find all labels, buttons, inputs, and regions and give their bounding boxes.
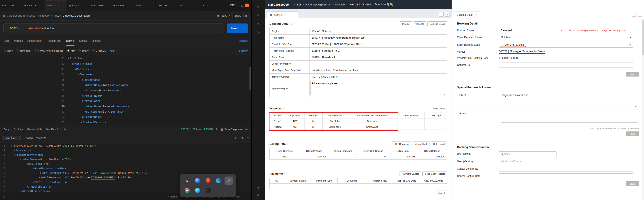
environment-quick-look-icon[interactable]: ◎ xyxy=(241,4,243,7)
confirm-no-input[interactable] xyxy=(499,62,633,68)
collapse-icon[interactable]: ∧ xyxy=(291,23,292,25)
save-button[interactable]: Save xyxy=(626,72,639,76)
cancel-confirm-date-input[interactable] xyxy=(499,173,633,179)
documentation-icon[interactable]: ▤ xyxy=(257,5,260,8)
clear-icon[interactable]: × xyxy=(629,43,631,46)
body-mode-form-data[interactable]: form-data xyxy=(16,49,30,52)
more-options-icon[interactable]: ⋯ xyxy=(245,128,248,131)
panel-back-icon[interactable]: ‹ xyxy=(632,12,636,16)
request-tab[interactable]: POSTTC04-... xyxy=(44,0,67,11)
collapse-icon[interactable]: ∧ xyxy=(287,143,288,145)
request-section-tab[interactable]: Scripts xyxy=(79,36,87,46)
brave-app-icon[interactable] xyxy=(204,177,212,185)
tab-sokcho[interactable]: Sokcho xyxy=(267,11,298,18)
help-icon[interactable]: ? xyxy=(258,187,259,190)
rate-detail-button[interactable]: Rate Detail xyxy=(431,142,447,146)
copy-icon[interactable] xyxy=(246,137,248,139)
body-mode-x-www-form-urlencoded[interactable]: x-www-form-urlencoded xyxy=(34,49,63,52)
topbar-link[interactable]: hotelSupport@trip.com xyxy=(306,3,331,6)
scrollbar-thumb[interactable] xyxy=(642,20,644,55)
edge-app-icon[interactable] xyxy=(214,177,223,185)
pencil-app-icon[interactable] xyxy=(224,177,233,185)
panel-forward-icon[interactable]: › xyxy=(638,12,642,16)
sidebar-toggle-icon[interactable]: ▥ xyxy=(3,195,5,198)
user-omh-input[interactable]: Name xyxy=(499,151,556,157)
client-payment-status-select[interactable]: Not Paid ▾ xyxy=(499,35,633,40)
beautify-link[interactable]: Beautify xyxy=(239,49,248,52)
close-tab-icon[interactable]: × xyxy=(476,13,477,16)
terminal-app-icon[interactable]: >_ xyxy=(204,186,212,195)
body-language-select[interactable]: XML ▾ xyxy=(110,49,117,52)
user-vendor-input[interactable] xyxy=(499,159,633,164)
chromium-app-icon[interactable] xyxy=(194,177,202,185)
tab-visualize[interactable]: Visualize xyxy=(36,137,46,139)
comments-icon[interactable]: ✎ xyxy=(257,14,260,17)
search-icon[interactable] xyxy=(241,137,243,139)
method-select[interactable]: POST ▾ xyxy=(4,24,26,33)
body-mode-none[interactable]: none xyxy=(4,49,13,52)
body-mode-GraphQL[interactable]: GraphQL xyxy=(92,49,106,52)
request-tab[interactable]: PO... xyxy=(178,0,200,11)
info-icon[interactable]: ⓘ xyxy=(257,31,260,35)
admin-answer-textarea[interactable] xyxy=(501,111,637,123)
seller-booking-code-input[interactable]: TC04-1767836456 × xyxy=(499,42,633,48)
save-button[interactable]: Save xyxy=(626,181,639,186)
request-section-tab[interactable]: Headers (10) xyxy=(47,36,62,46)
share-button[interactable]: Share xyxy=(234,14,241,17)
body-mode-raw[interactable]: raw xyxy=(67,49,75,52)
collapse-icon[interactable]: ∧ xyxy=(284,173,286,175)
cc-pg-manual-button[interactable]: CC PG Manual xyxy=(391,142,411,146)
response-section-tab[interactable]: Cookies xyxy=(14,125,23,133)
collapse-icon[interactable]: ∧ xyxy=(283,108,284,110)
panel-scrollbar[interactable] xyxy=(642,18,644,200)
response-format-select[interactable]: </> XML ▾ xyxy=(3,136,20,140)
topbar-link[interactable]: Doe,John xyxy=(335,3,346,6)
request-tab[interactable]: POSThote... xyxy=(89,0,111,11)
runner-button[interactable]: ▷Runner xyxy=(167,195,178,198)
save-button[interactable]: Save xyxy=(626,131,639,136)
asterisk-app-icon[interactable]: * xyxy=(183,177,191,185)
settings-icon[interactable]: ⚙ xyxy=(257,194,260,197)
save-options-icon[interactable]: ▾ xyxy=(229,15,230,17)
request-section-tab[interactable]: Docs xyxy=(4,36,10,46)
special-request-textarea[interactable]: Adjacent rooms please xyxy=(310,81,446,95)
request-tab[interactable]: POSTTC0... xyxy=(156,0,178,11)
environment-chevron-icon[interactable]: ▾ xyxy=(238,4,238,6)
copy-link-icon[interactable]: ⧉ xyxy=(244,13,248,18)
response-section-tab[interactable]: Headers (14) xyxy=(27,125,42,133)
edge-blue-app-icon[interactable] xyxy=(194,186,202,195)
environment-select[interactable]: DEV xyxy=(230,4,236,7)
voucher-button[interactable]: Voucher xyxy=(413,21,426,26)
request-body-editor[interactable]: 41<Profiles>42 <ProfileInfo>43 <Profile>… xyxy=(0,55,252,125)
tab-options-icon[interactable]: ▾ xyxy=(207,4,208,6)
console-icon[interactable]: >_ xyxy=(8,195,10,198)
invoice-button[interactable]: Invoice xyxy=(400,21,412,26)
request-section-tab[interactable]: Params xyxy=(14,36,23,46)
request-tab[interactable]: POSTTC0... xyxy=(134,0,156,11)
client-request-textarea[interactable]: Adjacent rooms please xyxy=(501,93,637,107)
url-input[interactable]: {{baseUrl}}/v1/booking xyxy=(26,27,56,30)
tab-booking-detail[interactable]: Booking Detail × xyxy=(454,11,480,18)
tabs-forward-icon[interactable]: › xyxy=(445,12,450,16)
issue-cash-receipt-button[interactable]: Issue Cash Receipt xyxy=(422,171,447,176)
tab-preview[interactable]: Preview xyxy=(24,137,33,139)
view-detail-button[interactable]: View Detail xyxy=(431,106,447,111)
wrap-lines-icon[interactable]: ↵ xyxy=(235,136,238,140)
virtual-bank-button[interactable]: Virtual Bank xyxy=(412,142,430,146)
environment-indicator-icon[interactable] xyxy=(245,3,249,7)
chrome-app-icon[interactable] xyxy=(183,186,191,195)
breadcrumb-collection[interactable]: Ctrip Booking Test Cases - Fix traveller xyxy=(7,14,50,17)
booking-status-select[interactable]: Reserved ▾ xyxy=(499,28,564,33)
payment-cancel-button[interactable]: Payment Cancel xyxy=(400,171,421,176)
cancel-confirm-no-input[interactable] xyxy=(499,166,633,172)
new-tab-icon[interactable]: + xyxy=(203,4,204,7)
response-history-icon[interactable]: ↻ xyxy=(64,128,66,131)
response-section-tab[interactable]: Body xyxy=(4,125,10,133)
body-mode-binary[interactable]: binary xyxy=(78,49,88,52)
request-tab[interactable]: ▤Ctrip l... xyxy=(67,0,89,11)
editor-scrollbar[interactable] xyxy=(250,67,251,90)
save-button[interactable]: Save xyxy=(222,14,227,17)
code-icon[interactable]: </> xyxy=(256,23,260,25)
cookies-link[interactable]: Cookies xyxy=(238,39,248,42)
request-section-tab[interactable]: Settings xyxy=(92,36,100,46)
